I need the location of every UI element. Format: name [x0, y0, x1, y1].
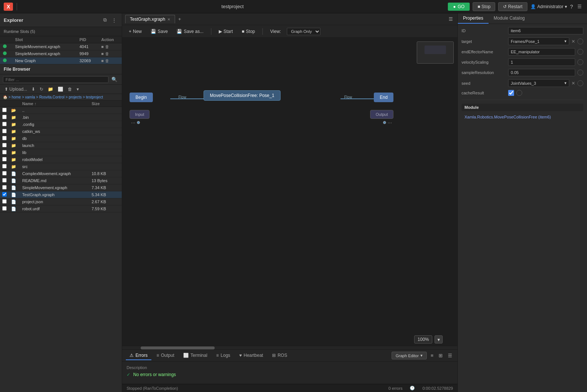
tab-close-icon[interactable]: ✕ — [167, 17, 170, 21]
list-item[interactable]: 📄 README.md13 Bytes — [0, 177, 122, 184]
restart-button[interactable]: ↺ Restart — [498, 2, 527, 11]
new-graph-button[interactable]: + New — [126, 28, 145, 35]
stop-button[interactable]: ■ Stop — [473, 2, 495, 11]
new-tab-icon[interactable]: + — [177, 16, 182, 23]
file-checkbox[interactable] — [2, 143, 7, 147]
file-checkbox[interactable] — [2, 192, 7, 197]
app-logo[interactable]: X — [4, 3, 13, 11]
home-icon[interactable]: 🏠 — [3, 95, 7, 99]
list-item[interactable]: 📁 lib — [0, 149, 122, 156]
input-node[interactable]: Input ··· — [130, 110, 150, 125]
tab-testgraph[interactable]: TestGraph.xgraph ✕ — [125, 15, 175, 23]
help-button[interactable]: ? — [570, 4, 573, 10]
list-item[interactable]: 📁 .bin — [0, 114, 122, 121]
list-item[interactable]: 📁 catkin_ws — [0, 128, 122, 135]
prop-target-select[interactable]: Frames/Pose_1 ▾ — [508, 37, 569, 45]
file-checkbox[interactable] — [2, 115, 7, 119]
search-icon[interactable]: 🔍 — [110, 76, 119, 83]
tab-output[interactable]: ≡ Output — [153, 351, 178, 360]
list-item[interactable]: 📂 .. — [0, 107, 122, 114]
file-checkbox[interactable] — [2, 178, 7, 182]
output-node[interactable]: Output ··· — [370, 110, 393, 125]
stop-graph-button[interactable]: ■ Stop — [239, 28, 258, 35]
new-folder-icon[interactable]: 📁 — [46, 86, 55, 93]
file-checkbox[interactable] — [2, 157, 7, 161]
zoom-out-button[interactable]: ▾ — [435, 335, 443, 344]
stop-action-icon[interactable]: ■ — [101, 44, 104, 49]
list-item[interactable]: 📄 TestGraph.xgraph5.34 KB — [0, 191, 122, 198]
file-checkbox[interactable] — [2, 129, 7, 133]
list-item[interactable]: 📄 ComplexMovement.xgraph10.8 KB — [0, 170, 122, 177]
delete-action-icon[interactable]: 🗑 — [105, 44, 109, 49]
delete-file-icon[interactable]: 🗑 — [66, 86, 74, 93]
file-checkbox[interactable] — [2, 150, 7, 154]
tab-ros[interactable]: ⊞ ROS — [268, 351, 291, 360]
tab-menu-icon[interactable]: ☰ — [447, 16, 454, 23]
collapse-icon[interactable]: ⧉ — [102, 16, 108, 24]
prop-ee-input[interactable] — [508, 48, 575, 56]
list-item[interactable]: 📄 project.json2.67 KB — [0, 198, 122, 205]
target-clear-button[interactable]: ✕ — [571, 39, 575, 44]
prop-sample-input[interactable] — [508, 69, 575, 76]
ee-circle-button[interactable] — [577, 49, 583, 55]
delete-action-icon[interactable]: 🗑 — [105, 58, 109, 63]
list-item[interactable]: 📁 .config — [0, 121, 122, 128]
admin-button[interactable]: 👤 Administrator ▾ — [530, 4, 567, 9]
sample-circle-button[interactable] — [577, 70, 583, 76]
file-checkbox[interactable] — [2, 206, 7, 211]
grid-view-icon[interactable]: ⊞ — [437, 352, 444, 359]
download-icon[interactable]: ⬇ — [30, 86, 37, 93]
target-circle-button[interactable] — [577, 38, 583, 44]
begin-node[interactable]: Begin — [130, 93, 153, 102]
table-row[interactable]: SimpleMovement.xgraph 4041 ■🗑 — [0, 43, 122, 50]
file-checkbox[interactable] — [2, 122, 7, 126]
file-checkbox[interactable] — [2, 108, 7, 112]
save-as-button[interactable]: 💾 Save as... — [174, 28, 206, 35]
table-row[interactable]: SimpleMovement.xgraph 9949 ■🗑 — [0, 50, 122, 57]
list-item[interactable]: 📄 robot.urdf7.59 KB — [0, 205, 122, 212]
file-checkbox[interactable] — [2, 136, 7, 140]
stop-action-icon[interactable]: ■ — [101, 58, 104, 63]
seed-clear-button[interactable]: ✕ — [571, 81, 575, 86]
more-options-icon[interactable]: ▾ — [75, 86, 80, 93]
tab-logs[interactable]: ≡ Logs — [212, 351, 234, 360]
list-item[interactable]: 📄 SimpleMovement.xgraph7.34 KB — [0, 184, 122, 191]
refresh-icon[interactable]: ↻ — [38, 86, 45, 93]
view-select[interactable]: Graph Only Split View Code Only — [287, 28, 321, 35]
file-checkbox[interactable] — [2, 199, 7, 204]
stop-action-icon[interactable]: ■ — [101, 51, 104, 56]
graph-editor-button[interactable]: Graph Editor ▾ — [392, 352, 427, 359]
table-row[interactable]: New Graph 32069 ■🗑 — [0, 57, 122, 64]
prop-seed-select[interactable]: JointValues_3 ▾ — [508, 79, 569, 87]
prop-id-input[interactable] — [508, 27, 583, 34]
col-size[interactable]: Size — [89, 101, 116, 107]
horizontal-scrollbar[interactable] — [122, 346, 457, 349]
tab-module-catalog[interactable]: Module Catalog — [489, 13, 530, 24]
velocity-circle-button[interactable] — [577, 59, 583, 65]
graph-canvas[interactable]: Begin Flow MovePoseCollisionFree: Pose_1… — [122, 38, 457, 349]
panel-menu-icon[interactable]: ☰ — [446, 352, 454, 359]
list-item[interactable]: 📁 robotModel — [0, 156, 122, 163]
list-item[interactable]: 📁 src — [0, 163, 122, 170]
input-port[interactable] — [137, 121, 140, 124]
tab-properties[interactable]: Properties — [458, 13, 489, 24]
save-button[interactable]: 💾 Save — [148, 28, 171, 35]
prop-velocity-input[interactable] — [508, 58, 575, 66]
scrollbar-thumb[interactable] — [141, 346, 215, 349]
menu-icon[interactable]: ☰ — [576, 3, 583, 10]
end-node[interactable]: End — [374, 93, 393, 102]
list-item[interactable]: 📁 db — [0, 135, 122, 142]
list-item[interactable]: 📁 launch — [0, 142, 122, 149]
move-node[interactable]: MovePoseCollisionFree: Pose_1 — [204, 90, 281, 101]
file-checkbox[interactable] — [2, 164, 7, 168]
go-button[interactable]: ● GO — [448, 3, 470, 11]
file-checkbox[interactable] — [2, 171, 7, 175]
delete-action-icon[interactable]: 🗑 — [105, 51, 109, 56]
file-checkbox[interactable] — [2, 185, 7, 190]
upload-button[interactable]: ⬆ Upload... — [3, 86, 28, 93]
col-name[interactable]: Name ↑ — [20, 101, 89, 107]
tab-terminal[interactable]: ⬜ Terminal — [180, 351, 211, 360]
menu-dots-icon[interactable]: ⋮ — [110, 16, 118, 24]
list-view-icon[interactable]: ≡ — [429, 352, 435, 359]
tab-errors[interactable]: ⚠ Errors — [126, 351, 151, 360]
